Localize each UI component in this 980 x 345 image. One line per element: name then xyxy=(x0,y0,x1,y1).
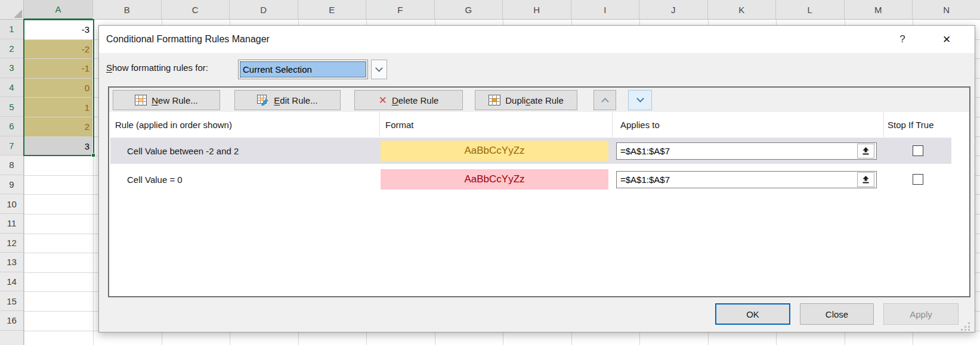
cell-a6[interactable]: 2 xyxy=(24,117,92,136)
row-header-15[interactable]: 15 xyxy=(0,291,24,311)
row-header-13[interactable]: 13 xyxy=(0,253,24,272)
column-header-format: Format xyxy=(385,112,414,137)
column-header-d[interactable]: D xyxy=(230,0,298,20)
rule-row-cell-value-equals[interactable]: Cell Value = 0 AaBbCcYyZz xyxy=(110,166,951,192)
column-header-i[interactable]: I xyxy=(571,0,640,20)
delete-x-icon: ✕ xyxy=(379,95,387,105)
cell-a7[interactable]: 3 xyxy=(24,137,92,156)
stop-if-true-checkbox[interactable] xyxy=(913,145,923,156)
row-header-6[interactable]: 6 xyxy=(0,117,24,136)
header-separator xyxy=(379,112,380,137)
collapse-dialog-button[interactable] xyxy=(857,172,874,187)
cell-a4[interactable]: 0 xyxy=(24,79,92,98)
dialog-title: Conditional Formatting Rules Manager xyxy=(106,34,270,45)
row-header-16[interactable]: 16 xyxy=(0,311,24,331)
move-rule-down-button[interactable] xyxy=(628,90,652,110)
column-header-c[interactable]: C xyxy=(162,0,230,20)
row-header-12[interactable]: 12 xyxy=(0,234,24,253)
column-header-a[interactable]: A xyxy=(24,0,93,20)
ok-button[interactable]: OK xyxy=(715,303,790,325)
row-header-8[interactable]: 8 xyxy=(0,156,24,175)
column-header-e[interactable]: E xyxy=(298,0,367,20)
row-header-5[interactable]: 5 xyxy=(0,97,24,117)
column-header-n[interactable]: N xyxy=(913,0,980,20)
collapse-arrow-icon xyxy=(861,147,870,156)
column-header-k[interactable]: K xyxy=(708,0,777,20)
cell-a3[interactable]: -1 xyxy=(24,59,92,78)
delete-rule-label: Delete Rule xyxy=(392,95,438,105)
row-header-3[interactable]: 3 xyxy=(0,58,24,78)
collapse-dialog-button[interactable] xyxy=(857,144,874,158)
column-header-l[interactable]: L xyxy=(776,0,845,20)
edit-rule-label: Edit Rule... xyxy=(274,95,317,105)
row-header-11[interactable]: 11 xyxy=(0,214,24,234)
new-rule-grid-icon xyxy=(135,95,147,105)
gridline xyxy=(93,20,94,345)
column-header-j[interactable]: J xyxy=(639,0,708,20)
edit-rule-pencil-icon xyxy=(257,95,269,105)
rule-name: Cell Value between -2 and 2 xyxy=(127,138,239,164)
show-rules-selected-value: Current Selection xyxy=(240,61,366,77)
column-header-h[interactable]: H xyxy=(503,0,571,20)
dialog-titlebar: Conditional Formatting Rules Manager xyxy=(99,26,975,53)
rule-name: Cell Value = 0 xyxy=(127,166,183,192)
cell-a5[interactable]: 1 xyxy=(24,98,92,117)
close-icon[interactable]: ✕ xyxy=(936,30,957,48)
row-header-2[interactable]: 2 xyxy=(0,39,24,59)
row-header-17[interactable] xyxy=(0,331,24,345)
show-rules-label: Show formatting rules for: xyxy=(106,63,208,73)
show-rules-dropdown-button[interactable] xyxy=(371,60,387,79)
column-header-b[interactable]: B xyxy=(93,0,162,20)
row-header-7[interactable]: 7 xyxy=(0,136,24,156)
column-header-f[interactable]: F xyxy=(366,0,435,20)
rule-row-cell-value-between[interactable]: Cell Value between -2 and 2 AaBbCcYyZz xyxy=(110,138,951,164)
format-preview: AaBbCcYyZz xyxy=(381,169,608,189)
row-header-10[interactable]: 10 xyxy=(0,194,24,214)
conditional-formatting-rules-manager-dialog: Conditional Formatting Rules Manager ? ✕… xyxy=(98,25,975,332)
close-button[interactable]: Close xyxy=(800,303,874,325)
applies-to-input[interactable] xyxy=(616,171,877,188)
row-header-9[interactable]: 9 xyxy=(0,175,24,195)
select-all-corner[interactable] xyxy=(0,0,24,20)
column-header-applies-to: Applies to xyxy=(620,112,660,137)
help-icon[interactable]: ? xyxy=(894,30,911,48)
fill-handle[interactable] xyxy=(91,153,95,157)
stop-if-true-checkbox[interactable] xyxy=(913,174,923,185)
chevron-down-icon xyxy=(375,64,383,72)
column-header-stop-if-true: Stop If True xyxy=(888,112,934,137)
rules-list-container: New Rule... Edit Rule... ✕ Delete Rule D… xyxy=(108,86,970,297)
applies-to-input[interactable] xyxy=(616,142,877,160)
row-header-4[interactable]: 4 xyxy=(0,78,24,98)
apply-button[interactable]: Apply xyxy=(883,303,959,325)
move-rule-up-button[interactable] xyxy=(593,90,616,110)
duplicate-rule-button[interactable]: Duplicate Rule xyxy=(475,90,577,110)
cell-a1[interactable]: -3 xyxy=(24,20,92,39)
edit-rule-button[interactable]: Edit Rule... xyxy=(234,90,341,110)
select-all-triangle-icon xyxy=(14,10,22,18)
column-header-rule: Rule (applied in order shown) xyxy=(115,112,232,137)
duplicate-rule-label: Duplicate Rule xyxy=(505,95,564,105)
column-header-g[interactable]: G xyxy=(435,0,503,20)
format-preview: AaBbCcYyZz xyxy=(381,141,608,161)
row-header-1[interactable]: 1 xyxy=(0,20,24,39)
header-separator xyxy=(883,112,884,137)
collapse-arrow-icon xyxy=(861,175,870,184)
duplicate-rule-grid-icon xyxy=(489,95,500,105)
cell-a2[interactable]: -2 xyxy=(24,40,92,59)
row-header-14[interactable]: 14 xyxy=(0,272,24,292)
column-header-m[interactable]: M xyxy=(845,0,913,20)
new-rule-button[interactable]: New Rule... xyxy=(113,90,220,110)
delete-rule-button[interactable]: ✕ Delete Rule xyxy=(354,90,463,110)
show-rules-combobox[interactable]: Current Selection xyxy=(238,60,368,79)
new-rule-label: New Rule... xyxy=(152,95,198,105)
header-separator xyxy=(612,112,613,137)
chevron-up-icon xyxy=(601,98,609,105)
resize-grip[interactable] xyxy=(961,322,970,331)
chevron-down-icon xyxy=(636,95,644,102)
